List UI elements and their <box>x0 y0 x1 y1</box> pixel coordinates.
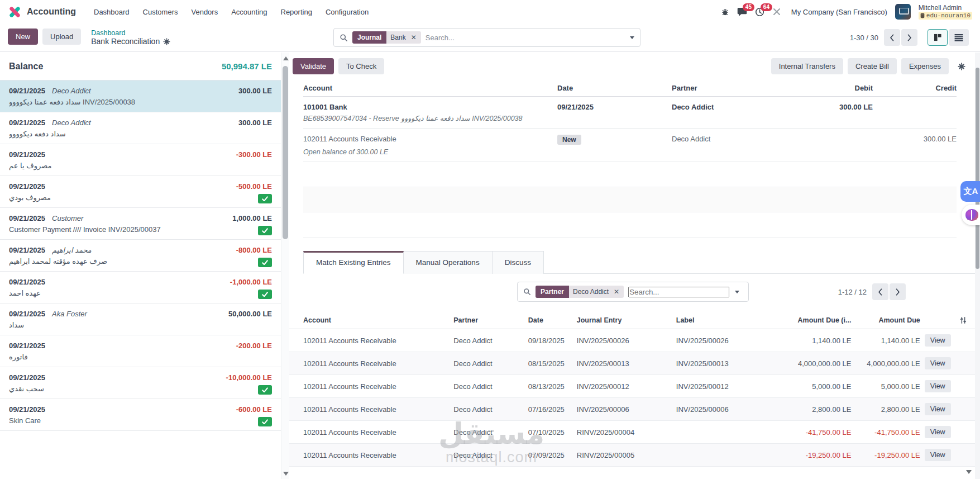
search-dropdown-toggle[interactable] <box>624 29 640 46</box>
left-panel-scrollbar[interactable] <box>281 53 289 479</box>
view-button[interactable]: View <box>925 380 951 392</box>
col-partner[interactable]: Partner <box>451 312 526 329</box>
facet-remove-icon[interactable]: ✕ <box>410 31 421 44</box>
match-label <box>674 444 769 467</box>
statement-line[interactable]: 09/21/2025 سحب نقدي -10,000.00 LE <box>0 367 281 399</box>
col-journal-entry[interactable]: Journal Entry <box>575 312 674 329</box>
messages-icon[interactable]: 45 <box>737 7 747 16</box>
statement-line[interactable]: 09/21/2025 Skin Care -600.00 LE <box>0 399 281 431</box>
match-date: 09/18/2025 <box>526 329 575 352</box>
to-check-button[interactable]: To Check <box>338 58 384 74</box>
menu-customers[interactable]: Customers <box>137 4 184 20</box>
user-menu[interactable]: Mitchell Admin edu-nouran10 <box>919 4 972 20</box>
statement-lines-panel: Balance 50,994.87 LE 09/21/2025Deco Addi… <box>0 53 281 479</box>
company-selector[interactable]: My Company (San Francisco) <box>791 8 887 16</box>
create-bill-button[interactable]: Create Bill <box>848 58 897 74</box>
tab-match-existing-entries[interactable]: Match Existing Entries <box>303 251 404 274</box>
col-date: Date <box>557 80 672 96</box>
entry-settings-gear-icon[interactable] <box>958 63 965 70</box>
page-settings-gear-icon[interactable] <box>163 38 170 45</box>
col-label[interactable]: Label <box>674 312 769 329</box>
line-amount: -600.00 LE <box>236 404 272 415</box>
statement-line[interactable]: 09/21/2025Customer Customer Payment ////… <box>0 208 281 240</box>
tab-discuss[interactable]: Discuss <box>493 251 544 274</box>
entry-line-receivable[interactable]: 102011 Accounts Receivable New Deco Addi… <box>303 129 957 162</box>
view-button[interactable]: View <box>925 449 951 461</box>
statement-line[interactable]: 09/21/2025 فاتوره -200.00 LE <box>0 335 281 367</box>
match-row[interactable]: 102011 Accounts Receivable Deco Addict 0… <box>289 398 980 421</box>
pager-next-button[interactable] <box>901 29 917 46</box>
statement-line[interactable]: 09/21/2025 عهده احمد -1,000.00 LE <box>0 272 281 303</box>
right-panel-scrollbar[interactable] <box>975 53 980 479</box>
view-button[interactable]: View <box>925 426 951 438</box>
activities-clock-icon[interactable]: 64 <box>755 7 764 17</box>
statement-line[interactable]: 09/21/2025Aka Foster سداد 50,000.00 LE <box>0 303 281 335</box>
menu-configuration[interactable]: Configuration <box>320 4 374 20</box>
entry-line-bank[interactable]: 101001 Bank 09/21/2025 Deco Addict 300.0… <box>303 97 957 129</box>
statement-line[interactable]: 09/21/2025Deco Addict سداد دفعه ديكوووو … <box>0 112 281 144</box>
menu-dashboard[interactable]: Dashboard <box>88 4 135 20</box>
line-date: 09/21/2025 <box>9 340 45 352</box>
tab-manual-operations[interactable]: Manual Operations <box>404 251 493 274</box>
reconciled-check-icon <box>258 290 272 299</box>
list-icon <box>954 34 963 41</box>
breadcrumb-dashboard-link[interactable]: Dashboard <box>91 29 170 37</box>
entry-credit <box>873 103 957 111</box>
match-search-dropdown-toggle[interactable] <box>729 282 745 301</box>
chevron-down-icon <box>630 36 634 39</box>
upload-button[interactable]: Upload <box>42 29 81 45</box>
match-search-bar[interactable]: Partner Deco Addict ✕ <box>517 282 749 302</box>
facet-remove-icon[interactable]: ✕ <box>613 286 624 298</box>
avatar[interactable] <box>895 4 911 20</box>
col-account[interactable]: Account <box>289 312 451 329</box>
entry-note: Open balance of 300.00 LE <box>303 145 957 157</box>
menu-vendors[interactable]: Vendors <box>185 4 223 20</box>
match-row[interactable]: 102011 Accounts Receivable Deco Addict 0… <box>289 444 980 467</box>
app-switcher[interactable]: Accounting <box>8 5 76 19</box>
match-partner: Deco Addict <box>451 329 526 352</box>
list-view-button[interactable] <box>949 29 969 46</box>
search-input[interactable] <box>426 34 624 42</box>
match-row[interactable]: 102011 Accounts Receivable Deco Addict 0… <box>289 329 980 352</box>
debug-bug-icon[interactable] <box>721 8 729 16</box>
scroll-up-icon[interactable] <box>283 56 289 60</box>
match-search-input[interactable] <box>628 287 729 297</box>
match-row[interactable]: 102011 Accounts Receivable Deco Addict 0… <box>289 375 980 398</box>
menu-accounting[interactable]: Accounting <box>226 4 273 20</box>
scrollbar-thumb[interactable] <box>976 68 979 269</box>
pager-previous-button[interactable] <box>884 29 900 46</box>
line-amount: -1,000.00 LE <box>230 277 272 288</box>
col-date[interactable]: Date <box>526 312 575 329</box>
validate-button[interactable]: Validate <box>293 58 334 74</box>
scrollbar-thumb[interactable] <box>283 66 288 239</box>
menu-reporting[interactable]: Reporting <box>275 4 318 20</box>
col-amount-due[interactable]: Amount Due <box>853 312 922 329</box>
view-button[interactable]: View <box>925 357 951 369</box>
main-search-bar[interactable]: Journal Bank ✕ <box>333 28 640 47</box>
line-amount: -200.00 LE <box>236 340 272 352</box>
match-row[interactable]: 102011 Accounts Receivable Deco Addict 0… <box>289 421 980 444</box>
entry-table-header: Account Date Partner Debit Credit <box>303 80 957 97</box>
statement-line[interactable]: 09/21/2025 مصروف بودي -500.00 LE <box>0 176 281 208</box>
new-badge: New <box>557 135 581 145</box>
entry-debit <box>786 135 873 145</box>
statement-line[interactable]: 09/21/2025 مصروف يا عم -300.00 LE <box>0 144 281 176</box>
internal-transfers-button[interactable]: Internal Transfers <box>771 58 843 74</box>
brain-extension-icon[interactable] <box>962 205 980 225</box>
match-row[interactable]: 102011 Accounts Receivable Deco Addict 0… <box>289 352 980 375</box>
view-button[interactable]: View <box>925 334 951 347</box>
match-pager-previous-button[interactable] <box>872 283 888 300</box>
view-button[interactable]: View <box>925 403 951 415</box>
match-pager-next-button[interactable] <box>890 283 906 300</box>
new-button[interactable]: New <box>8 29 38 45</box>
reconciled-check-icon <box>258 226 272 235</box>
expenses-button[interactable]: Expenses <box>901 58 949 74</box>
tools-icon[interactable] <box>772 7 781 16</box>
translate-extension-icon[interactable]: 文A <box>960 181 980 202</box>
match-amount-due: 5,000.00 LE <box>853 375 922 398</box>
kanban-view-button[interactable] <box>928 29 948 46</box>
statement-line[interactable]: 09/21/2025Deco Addict سداد دفعه عمنا ديك… <box>0 80 281 112</box>
scroll-down-icon[interactable] <box>283 472 289 476</box>
col-amount-due-currency[interactable]: Amount Due (i... <box>769 312 854 329</box>
statement-line[interactable]: 09/21/2025محمد ابراهيم صرف عهده مؤقته لم… <box>0 240 281 272</box>
